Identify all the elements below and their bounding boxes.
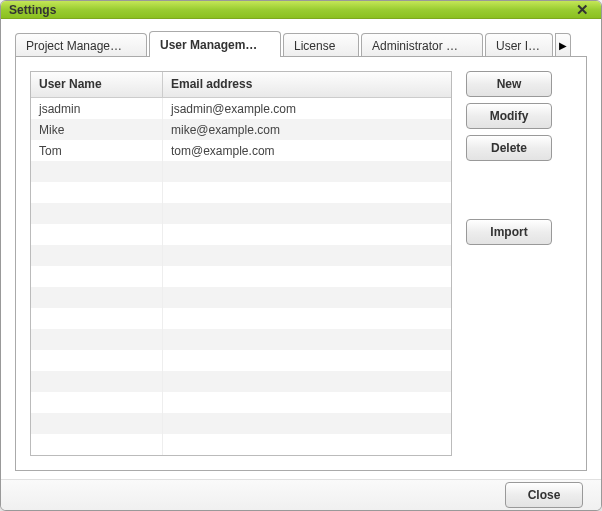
cell-email (163, 287, 451, 308)
users-table: User Name Email address jsadminjsadmin@e… (30, 71, 452, 456)
cell-username (31, 308, 163, 329)
table-row (31, 413, 451, 434)
table-body: jsadminjsadmin@example.comMikemike@examp… (31, 98, 451, 455)
close-button[interactable]: Close (505, 482, 583, 508)
close-icon[interactable]: ✕ (572, 2, 593, 17)
cell-username: Tom (31, 140, 163, 161)
delete-button[interactable]: Delete (466, 135, 552, 161)
table-row[interactable]: Mikemike@example.com (31, 119, 451, 140)
cell-username (31, 161, 163, 182)
window-title: Settings (9, 3, 572, 17)
cell-email (163, 245, 451, 266)
cell-email (163, 413, 451, 434)
cell-email (163, 350, 451, 371)
cell-email: jsadmin@example.com (163, 98, 451, 119)
table-row (31, 287, 451, 308)
cell-username (31, 350, 163, 371)
tab-administrator[interactable]: Administrator … (361, 33, 483, 57)
tab-panel-user-management: User Name Email address jsadminjsadmin@e… (15, 56, 587, 471)
table-row (31, 350, 451, 371)
cell-email (163, 329, 451, 350)
table-row[interactable]: Tomtom@example.com (31, 140, 451, 161)
import-button[interactable]: Import (466, 219, 552, 245)
cell-username (31, 266, 163, 287)
cell-username: jsadmin (31, 98, 163, 119)
tab-scroll-right[interactable]: ▶ (555, 33, 571, 57)
cell-email (163, 308, 451, 329)
cell-email (163, 182, 451, 203)
table-row (31, 392, 451, 413)
cell-email: tom@example.com (163, 140, 451, 161)
table-row (31, 245, 451, 266)
cell-email (163, 266, 451, 287)
side-buttons: New Modify Delete Import (466, 71, 552, 456)
dialog-footer: Close (1, 479, 601, 510)
cell-email (163, 392, 451, 413)
column-header-username[interactable]: User Name (31, 72, 163, 97)
cell-username (31, 287, 163, 308)
table-row (31, 161, 451, 182)
table-row (31, 371, 451, 392)
cell-username (31, 182, 163, 203)
table-row (31, 224, 451, 245)
cell-email (163, 371, 451, 392)
cell-email (163, 224, 451, 245)
cell-username (31, 329, 163, 350)
table-row[interactable]: jsadminjsadmin@example.com (31, 98, 451, 119)
table-header: User Name Email address (31, 72, 451, 98)
cell-email (163, 434, 451, 455)
cell-username (31, 392, 163, 413)
tab-user-info[interactable]: User Info (485, 33, 553, 57)
cell-email: mike@example.com (163, 119, 451, 140)
chevron-right-icon: ▶ (559, 40, 567, 51)
cell-username (31, 371, 163, 392)
tab-user-management[interactable]: User Managem… (149, 31, 281, 57)
cell-username (31, 434, 163, 455)
table-row (31, 434, 451, 455)
cell-email (163, 203, 451, 224)
table-row (31, 182, 451, 203)
tabs-row: Project Manage… User Managem… License Ad… (15, 31, 587, 57)
cell-username: Mike (31, 119, 163, 140)
table-row (31, 266, 451, 287)
table-row (31, 203, 451, 224)
content-area: Project Manage… User Managem… License Ad… (1, 19, 601, 479)
column-header-email[interactable]: Email address (163, 72, 451, 97)
table-row (31, 329, 451, 350)
modify-button[interactable]: Modify (466, 103, 552, 129)
titlebar: Settings ✕ (1, 1, 601, 19)
spacer (466, 167, 552, 213)
cell-email (163, 161, 451, 182)
cell-username (31, 203, 163, 224)
tab-project-management[interactable]: Project Manage… (15, 33, 147, 57)
tab-license[interactable]: License (283, 33, 359, 57)
new-button[interactable]: New (466, 71, 552, 97)
cell-username (31, 245, 163, 266)
cell-username (31, 413, 163, 434)
table-row (31, 308, 451, 329)
settings-dialog: Settings ✕ Project Manage… User Managem…… (0, 0, 602, 511)
cell-username (31, 224, 163, 245)
